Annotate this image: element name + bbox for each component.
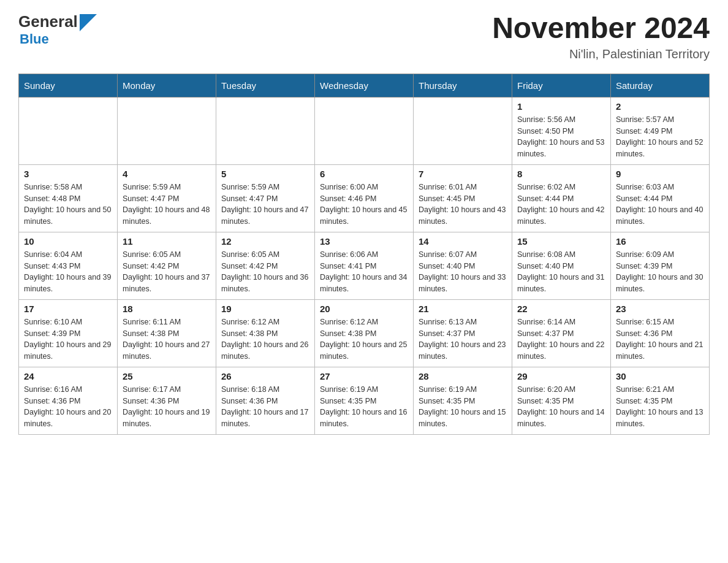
day-number: 13: [320, 236, 408, 247]
day-info: Sunrise: 6:18 AMSunset: 4:36 PMDaylight:…: [221, 384, 309, 430]
day-info: Sunrise: 5:59 AMSunset: 4:47 PMDaylight:…: [221, 182, 309, 228]
day-number: 1: [517, 101, 605, 112]
day-info: Sunrise: 5:56 AMSunset: 4:50 PMDaylight:…: [517, 114, 605, 160]
week-row: 3Sunrise: 5:58 AMSunset: 4:48 PMDaylight…: [19, 164, 710, 232]
day-info: Sunrise: 6:04 AMSunset: 4:43 PMDaylight:…: [24, 249, 112, 295]
day-info: Sunrise: 6:19 AMSunset: 4:35 PMDaylight:…: [419, 384, 507, 430]
calendar-cell: 4Sunrise: 5:59 AMSunset: 4:47 PMDaylight…: [118, 164, 216, 232]
day-number: 18: [123, 304, 211, 314]
calendar-cell: 27Sunrise: 6:19 AMSunset: 4:35 PMDayligh…: [315, 367, 414, 434]
calendar-cell: 3Sunrise: 5:58 AMSunset: 4:48 PMDaylight…: [19, 164, 118, 232]
day-of-week-header: Friday: [512, 74, 611, 97]
day-number: 30: [616, 371, 704, 381]
calendar-cell: 12Sunrise: 6:05 AMSunset: 4:42 PMDayligh…: [216, 232, 315, 299]
day-number: 28: [419, 371, 507, 381]
calendar-cell: 30Sunrise: 6:21 AMSunset: 4:35 PMDayligh…: [611, 367, 710, 434]
day-number: 24: [24, 371, 112, 381]
day-of-week-header: Thursday: [414, 74, 512, 97]
day-info: Sunrise: 5:57 AMSunset: 4:49 PMDaylight:…: [616, 114, 704, 160]
day-info: Sunrise: 6:05 AMSunset: 4:42 PMDaylight:…: [221, 249, 309, 295]
calendar-cell: [118, 97, 216, 164]
week-row: 24Sunrise: 6:16 AMSunset: 4:36 PMDayligh…: [19, 367, 710, 434]
calendar-cell: 22Sunrise: 6:14 AMSunset: 4:37 PMDayligh…: [512, 299, 611, 367]
day-number: 2: [616, 101, 704, 112]
day-info: Sunrise: 6:01 AMSunset: 4:45 PMDaylight:…: [419, 182, 507, 228]
day-info: Sunrise: 6:00 AMSunset: 4:46 PMDaylight:…: [320, 182, 408, 228]
day-info: Sunrise: 6:13 AMSunset: 4:37 PMDaylight:…: [419, 316, 507, 362]
calendar-cell: 7Sunrise: 6:01 AMSunset: 4:45 PMDaylight…: [414, 164, 512, 232]
day-number: 25: [123, 371, 211, 381]
calendar-cell: 16Sunrise: 6:09 AMSunset: 4:39 PMDayligh…: [611, 232, 710, 299]
calendar-table: SundayMondayTuesdayWednesdayThursdayFrid…: [18, 74, 710, 435]
day-number: 23: [616, 304, 704, 314]
logo: General Blue: [18, 12, 97, 47]
calendar-cell: 28Sunrise: 6:19 AMSunset: 4:35 PMDayligh…: [414, 367, 512, 434]
calendar-cell: 17Sunrise: 6:10 AMSunset: 4:39 PMDayligh…: [19, 299, 118, 367]
day-of-week-header: Sunday: [19, 74, 118, 97]
day-number: 5: [221, 169, 309, 179]
title-area: November 2024 Ni'lin, Palestinian Territ…: [492, 12, 710, 61]
day-info: Sunrise: 6:12 AMSunset: 4:38 PMDaylight:…: [320, 316, 408, 362]
calendar-cell: 5Sunrise: 5:59 AMSunset: 4:47 PMDaylight…: [216, 164, 315, 232]
location-subtitle: Ni'lin, Palestinian Territory: [492, 47, 710, 61]
calendar-cell: [216, 97, 315, 164]
day-of-week-header: Saturday: [611, 74, 710, 97]
calendar-cell: [19, 97, 118, 164]
day-info: Sunrise: 6:21 AMSunset: 4:35 PMDaylight:…: [616, 384, 704, 430]
day-info: Sunrise: 6:11 AMSunset: 4:38 PMDaylight:…: [123, 316, 211, 362]
day-info: Sunrise: 6:17 AMSunset: 4:36 PMDaylight:…: [123, 384, 211, 430]
calendar-cell: 29Sunrise: 6:20 AMSunset: 4:35 PMDayligh…: [512, 367, 611, 434]
day-info: Sunrise: 5:59 AMSunset: 4:47 PMDaylight:…: [123, 182, 211, 228]
day-number: 12: [221, 236, 309, 247]
day-of-week-header: Tuesday: [216, 74, 315, 97]
day-number: 20: [320, 304, 408, 314]
calendar-cell: 14Sunrise: 6:07 AMSunset: 4:40 PMDayligh…: [414, 232, 512, 299]
day-number: 16: [616, 236, 704, 247]
day-info: Sunrise: 6:02 AMSunset: 4:44 PMDaylight:…: [517, 182, 605, 228]
day-number: 7: [419, 169, 507, 179]
day-number: 26: [221, 371, 309, 381]
day-number: 9: [616, 169, 704, 179]
calendar-cell: [315, 97, 414, 164]
calendar-cell: 9Sunrise: 6:03 AMSunset: 4:44 PMDaylight…: [611, 164, 710, 232]
month-year-title: November 2024: [492, 12, 710, 45]
calendar-cell: 11Sunrise: 6:05 AMSunset: 4:42 PMDayligh…: [118, 232, 216, 299]
day-number: 11: [123, 236, 211, 247]
day-number: 6: [320, 169, 408, 179]
day-of-week-header: Wednesday: [315, 74, 414, 97]
calendar-cell: 21Sunrise: 6:13 AMSunset: 4:37 PMDayligh…: [414, 299, 512, 367]
week-row: 10Sunrise: 6:04 AMSunset: 4:43 PMDayligh…: [19, 232, 710, 299]
week-row: 1Sunrise: 5:56 AMSunset: 4:50 PMDaylight…: [19, 97, 710, 164]
calendar-cell: 8Sunrise: 6:02 AMSunset: 4:44 PMDaylight…: [512, 164, 611, 232]
day-number: 17: [24, 304, 112, 314]
day-number: 21: [419, 304, 507, 314]
day-info: Sunrise: 6:16 AMSunset: 4:36 PMDaylight:…: [24, 384, 112, 430]
day-number: 22: [517, 304, 605, 314]
day-number: 27: [320, 371, 408, 381]
day-number: 29: [517, 371, 605, 381]
logo-general-text: General: [18, 12, 78, 31]
day-info: Sunrise: 6:06 AMSunset: 4:41 PMDaylight:…: [320, 249, 408, 295]
week-row: 17Sunrise: 6:10 AMSunset: 4:39 PMDayligh…: [19, 299, 710, 367]
day-number: 4: [123, 169, 211, 179]
day-info: Sunrise: 6:09 AMSunset: 4:39 PMDaylight:…: [616, 249, 704, 295]
day-number: 3: [24, 169, 112, 179]
calendar-cell: 20Sunrise: 6:12 AMSunset: 4:38 PMDayligh…: [315, 299, 414, 367]
day-info: Sunrise: 6:12 AMSunset: 4:38 PMDaylight:…: [221, 316, 309, 362]
day-info: Sunrise: 5:58 AMSunset: 4:48 PMDaylight:…: [24, 182, 112, 228]
calendar-header-row: SundayMondayTuesdayWednesdayThursdayFrid…: [19, 74, 710, 97]
calendar-cell: 19Sunrise: 6:12 AMSunset: 4:38 PMDayligh…: [216, 299, 315, 367]
logo-blue-text: Blue: [20, 31, 97, 47]
calendar-cell: 15Sunrise: 6:08 AMSunset: 4:40 PMDayligh…: [512, 232, 611, 299]
calendar-cell: 26Sunrise: 6:18 AMSunset: 4:36 PMDayligh…: [216, 367, 315, 434]
day-number: 19: [221, 304, 309, 314]
calendar-cell: 18Sunrise: 6:11 AMSunset: 4:38 PMDayligh…: [118, 299, 216, 367]
day-number: 10: [24, 236, 112, 247]
day-info: Sunrise: 6:05 AMSunset: 4:42 PMDaylight:…: [123, 249, 211, 295]
day-info: Sunrise: 6:10 AMSunset: 4:39 PMDaylight:…: [24, 316, 112, 362]
calendar-cell: [414, 97, 512, 164]
calendar-cell: 10Sunrise: 6:04 AMSunset: 4:43 PMDayligh…: [19, 232, 118, 299]
day-info: Sunrise: 6:03 AMSunset: 4:44 PMDaylight:…: [616, 182, 704, 228]
day-info: Sunrise: 6:07 AMSunset: 4:40 PMDaylight:…: [419, 249, 507, 295]
day-number: 14: [419, 236, 507, 247]
